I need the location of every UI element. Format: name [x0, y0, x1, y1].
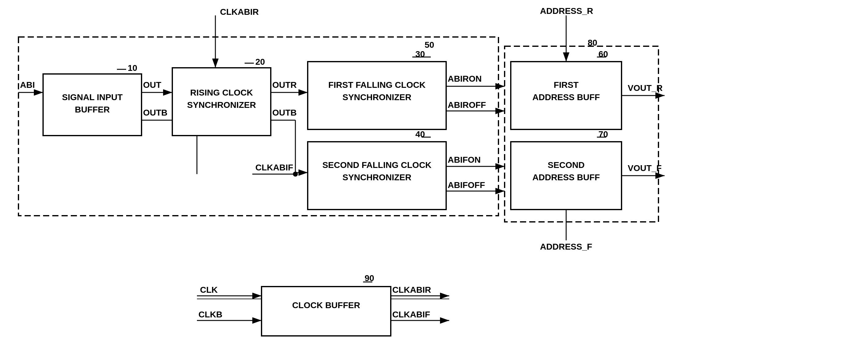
block-30-label1: FIRST FALLING CLOCK	[328, 80, 426, 90]
signal-abiron: ABIRON	[448, 74, 482, 84]
svg-point-14	[293, 172, 298, 176]
signal-clkabif: CLKABIF	[255, 163, 293, 172]
signal-clkabir-top: CLKABIR	[220, 7, 259, 17]
signal-abi: ABI	[20, 80, 35, 90]
block-90-label: CLOCK BUFFER	[292, 301, 360, 310]
ref-10: 10	[128, 63, 137, 73]
block-30-label2: SYNCHRONIZER	[342, 92, 411, 102]
block-20-label1: RISING CLOCK	[190, 88, 253, 97]
signal-clk: CLK	[200, 285, 218, 295]
ref-40: 40	[415, 130, 425, 139]
ref-20: 20	[255, 57, 265, 66]
block-40-label1: SECOND FALLING CLOCK	[322, 160, 432, 170]
ref-70: 70	[598, 130, 608, 139]
ref-90: 90	[365, 273, 374, 283]
signal-address-f: ADDRESS_F	[540, 242, 592, 251]
signal-outr: OUTR	[272, 80, 297, 90]
ref-50: 50	[425, 40, 434, 50]
block-60-label1: FIRST	[554, 80, 579, 90]
signal-outb: OUTB	[143, 108, 167, 117]
ref-30: 30	[415, 49, 425, 59]
svg-rect-31	[261, 286, 391, 336]
signal-out: OUT	[143, 80, 161, 90]
signal-address-r: ADDRESS_R	[540, 6, 593, 16]
block-20-label2: SYNCHRONIZER	[187, 100, 256, 110]
ref-60: 60	[598, 49, 608, 59]
block-70-label2: ADDRESS BUFF	[532, 173, 600, 182]
ref-80: 80	[588, 38, 597, 48]
diagram-container: 10 SIGNAL INPUT BUFFER ABI OUT OUTB 20 R…	[0, 0, 868, 363]
block-70-label1: SECOND	[548, 160, 585, 170]
signal-vout-r: VOUT_R	[628, 83, 663, 93]
svg-rect-24	[505, 46, 658, 222]
block-10-label2: BUFFER	[75, 105, 110, 114]
signal-vout-f: VOUT_F	[628, 163, 661, 173]
signal-abifoff: ABIFOFF	[448, 180, 485, 190]
signal-clkb: CLKB	[198, 310, 222, 319]
block-40-label2: SYNCHRONIZER	[342, 173, 411, 182]
block-10-label1: SIGNAL INPUT	[62, 92, 122, 102]
signal-outb2: OUTB	[272, 108, 297, 117]
signal-abiroff: ABIROFF	[448, 100, 486, 110]
block-60-label2: ADDRESS BUFF	[532, 92, 600, 102]
signal-clkabif-out: CLKABIF	[392, 310, 430, 319]
signal-clkabir-out: CLKABIR	[392, 285, 431, 295]
signal-abifon: ABIFON	[448, 155, 480, 165]
